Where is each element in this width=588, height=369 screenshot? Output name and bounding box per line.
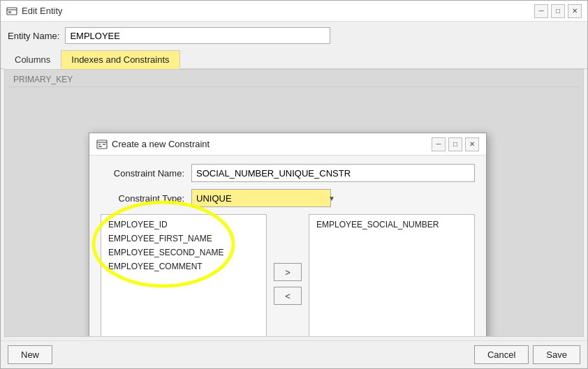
constraint-type-wrapper: UNIQUE PRIMARY KEY CHECK FOREIGN KEY ▼	[191, 189, 475, 207]
tabs-row: Columns Indexes and Constraints	[1, 50, 587, 69]
columns-section: EMPLOYEE_ID EMPLOYEE_FIRST_NAME EMPLOYEE…	[101, 214, 475, 337]
save-button[interactable]: Save	[533, 345, 580, 364]
svg-rect-7	[103, 144, 105, 145]
main-content: PRIMARY_KEY	[4, 69, 584, 337]
modal-body: Constraint Name: Constraint Type: UNIQUE…	[89, 156, 486, 337]
constraint-name-input[interactable]	[191, 164, 475, 182]
title-bar-left: Edit Entity	[6, 6, 63, 17]
title-bar: Edit Entity ─ □ ✕	[1, 1, 587, 22]
add-column-button[interactable]: >	[274, 263, 302, 281]
window-title: Edit Entity	[22, 6, 63, 16]
close-button[interactable]: ✕	[568, 4, 582, 18]
bottom-left-buttons: New	[8, 345, 52, 364]
constraint-type-label: Constraint Type:	[101, 193, 184, 204]
remove-column-button[interactable]: <	[274, 287, 302, 305]
modal-minimize-button[interactable]: ─	[432, 137, 446, 151]
available-columns-list: EMPLOYEE_ID EMPLOYEE_FIRST_NAME EMPLOYEE…	[101, 214, 267, 337]
entity-name-row: Entity Name:	[1, 22, 587, 50]
maximize-button[interactable]: □	[551, 4, 565, 18]
bottom-bar: New Cancel Save	[1, 340, 587, 368]
tab-columns[interactable]: Columns	[4, 50, 61, 69]
constraint-type-select[interactable]: UNIQUE PRIMARY KEY CHECK FOREIGN KEY	[191, 189, 331, 207]
modal-icon	[96, 139, 108, 150]
minimize-button[interactable]: ─	[534, 4, 548, 18]
title-bar-controls: ─ □ ✕	[534, 4, 582, 18]
modal-close-button[interactable]: ✕	[465, 137, 479, 151]
list-item[interactable]: EMPLOYEE_FIRST_NAME	[104, 232, 263, 246]
modal-overlay: Create a new Constraint ─ □ ✕ Constraint…	[5, 70, 583, 336]
new-button[interactable]: New	[8, 345, 52, 364]
svg-rect-6	[98, 146, 102, 147]
main-window: Edit Entity ─ □ ✕ Entity Name: Columns I…	[0, 0, 588, 369]
svg-rect-5	[98, 144, 101, 145]
app-icon	[6, 6, 17, 17]
modal-maximize-button[interactable]: □	[448, 137, 462, 151]
entity-name-label: Entity Name:	[8, 31, 59, 41]
modal-title-bar: Create a new Constraint ─ □ ✕	[89, 133, 486, 156]
list-item[interactable]: EMPLOYEE_SECOND_NAME	[104, 246, 263, 259]
tab-indexes-constraints[interactable]: Indexes and Constraints	[61, 50, 179, 69]
list-item[interactable]: EMPLOYEE_SOCIAL_NUMBER	[312, 218, 471, 232]
modal-title-controls: ─ □ ✕	[432, 137, 479, 151]
cancel-button[interactable]: Cancel	[474, 345, 529, 364]
modal-title-text: Create a new Constraint	[112, 139, 210, 149]
constraint-type-row: Constraint Type: UNIQUE PRIMARY KEY CHEC…	[101, 189, 475, 207]
constraint-name-label: Constraint Name:	[101, 168, 184, 179]
create-constraint-modal: Create a new Constraint ─ □ ✕ Constraint…	[89, 133, 487, 337]
modal-title-left: Create a new Constraint	[96, 139, 210, 150]
entity-name-input[interactable]	[65, 27, 330, 44]
svg-rect-2	[8, 11, 11, 13]
list-item[interactable]: EMPLOYEE_ID	[104, 218, 263, 232]
transfer-buttons: > <	[274, 214, 302, 337]
selected-columns-list: EMPLOYEE_SOCIAL_NUMBER	[309, 214, 475, 337]
bottom-right-buttons: Cancel Save	[474, 345, 580, 364]
list-item[interactable]: EMPLOYEE_COMMENT	[104, 259, 263, 273]
constraint-name-row: Constraint Name:	[101, 164, 475, 182]
